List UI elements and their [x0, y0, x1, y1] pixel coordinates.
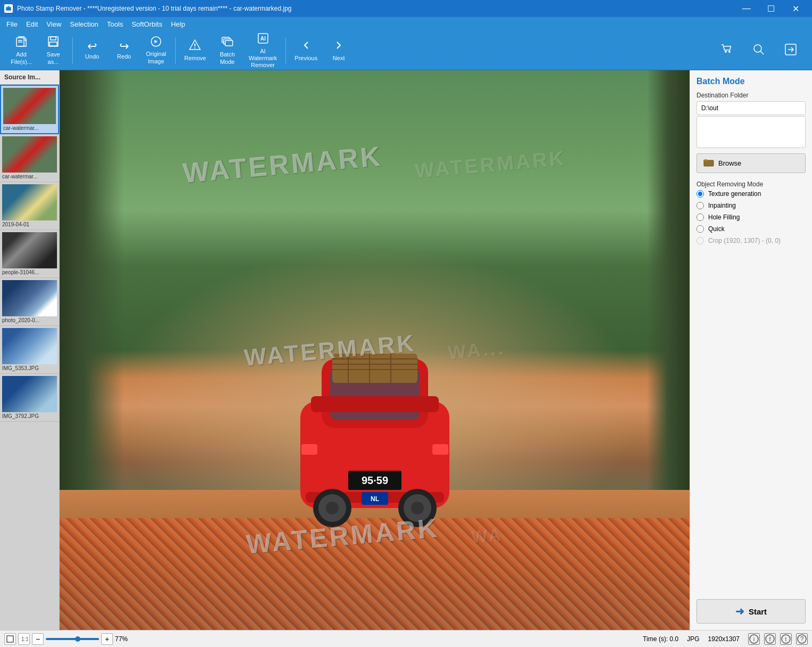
thumbnail-item-3[interactable]: people-31046...: [0, 230, 59, 278]
thumbnail-item-0[interactable]: car-watermar...: [0, 85, 59, 134]
radio-texture-label: Texture generation: [708, 190, 761, 198]
start-label: Start: [749, 607, 767, 616]
browse-button[interactable]: Browse: [696, 153, 806, 173]
svg-text:i: i: [753, 636, 754, 642]
zoom-in-button[interactable]: +: [101, 633, 113, 645]
fit-button[interactable]: [4, 633, 16, 645]
thumbnail-image-1: [2, 136, 57, 173]
original-image-button[interactable]: OriginalImage: [141, 34, 171, 67]
share-button[interactable]: [776, 34, 806, 67]
svg-text:?: ?: [800, 635, 804, 643]
toolbar-sep-3: [285, 37, 286, 64]
menu-tools[interactable]: Tools: [103, 19, 127, 30]
plus-icon: +: [105, 635, 109, 643]
close-button[interactable]: ✕: [783, 0, 808, 17]
add-files-icon: [15, 35, 28, 50]
next-button[interactable]: Next: [324, 34, 354, 67]
svg-rect-34: [301, 444, 317, 455]
svg-point-43: [326, 502, 339, 514]
title-bar: Photo Stamp Remover - ****Unregistered v…: [0, 0, 812, 17]
menu-selection[interactable]: Selection: [65, 19, 102, 30]
thumbnail-label-0: car-watermar...: [3, 125, 56, 131]
cart-button[interactable]: [712, 34, 742, 67]
destination-folder-label: Destination Folder: [696, 92, 806, 99]
panel-header: Source Im...: [0, 70, 59, 85]
right-panel: Batch Mode Destination Folder Browse Obj…: [690, 70, 812, 630]
destination-folder-input[interactable]: [696, 101, 806, 115]
menu-view[interactable]: View: [42, 19, 65, 30]
redo-icon: ↪: [119, 40, 129, 52]
radio-quick-label: Quick: [708, 225, 725, 233]
status-bar: 1:1 − + 77% Time (s): 0.0 JPG 1920x1307 …: [0, 630, 812, 647]
svg-text:95·59: 95·59: [361, 474, 388, 486]
thumbnail-image-6: [2, 376, 57, 412]
radio-texture-generation[interactable]: Texture generation: [696, 190, 806, 198]
help-button[interactable]: ?: [796, 633, 808, 645]
zoom-slider[interactable]: [46, 638, 99, 640]
car-svg: 95·59 NL: [284, 338, 465, 529]
redo-button[interactable]: ↪ Redo: [109, 34, 139, 67]
thumbnail-label-2: 2019-04-01: [2, 222, 57, 227]
zoom-controls: 1:1 − + 77%: [4, 633, 128, 645]
add-files-button[interactable]: AddFile(s)...: [6, 34, 36, 67]
save-as-button[interactable]: Saveas...: [38, 34, 68, 67]
object-removing-mode-section: Object Removing Mode Texture generation …: [696, 178, 806, 244]
canvas-area[interactable]: 95·59 NL WATERMARK WATERMARK WAT: [60, 70, 690, 630]
twitter-button[interactable]: t: [780, 633, 792, 645]
thumbnail-item-5[interactable]: IMG_5353.JPG: [0, 326, 59, 374]
info-button[interactable]: i: [748, 633, 760, 645]
title-bar-controls: — ☐ ✕: [734, 0, 808, 17]
main-layout: Source Im... car-watermar... car-waterma…: [0, 70, 812, 630]
ai-watermark-label: AIWatermarkRemover: [249, 48, 277, 69]
thumbnail-item-1[interactable]: car-watermar...: [0, 134, 59, 182]
zoom-level-text: 77%: [115, 635, 128, 643]
previous-button[interactable]: Previous: [290, 34, 322, 67]
svg-rect-26: [311, 396, 439, 412]
radio-inpainting-input[interactable]: [696, 202, 704, 209]
radio-texture-input[interactable]: [696, 190, 704, 198]
share-icon: [784, 43, 798, 59]
thumbnail-item-2[interactable]: 2019-04-01: [0, 182, 59, 230]
zoom-out-button[interactable]: −: [32, 633, 44, 645]
toolbar-group-right: [710, 31, 808, 70]
undo-button[interactable]: ↩ Undo: [77, 34, 107, 67]
radio-hole-filling[interactable]: Hole Filling: [696, 214, 806, 221]
svg-rect-6: [51, 37, 56, 40]
start-button[interactable]: ➜ Start: [696, 599, 806, 624]
browse-folder-icon: [703, 158, 714, 168]
menu-help[interactable]: Help: [167, 19, 190, 30]
minimize-button[interactable]: —: [734, 0, 759, 17]
radio-crop-input: [696, 237, 704, 244]
remove-button[interactable]: Remove: [180, 34, 210, 67]
radio-inpainting[interactable]: Inpainting: [696, 202, 806, 209]
facebook-button[interactable]: f: [764, 633, 776, 645]
thumbnail-item-6[interactable]: IMG_3792.JPG: [0, 374, 59, 422]
search-icon: [752, 43, 766, 59]
previous-label: Previous: [294, 55, 317, 62]
svg-rect-0: [6, 7, 11, 11]
svg-point-19: [754, 45, 761, 52]
thumbnail-item-4[interactable]: photo_2020-0...: [0, 278, 59, 326]
svg-rect-48: [7, 636, 13, 642]
title-bar-text: Photo Stamp Remover - ****Unregistered v…: [17, 5, 292, 12]
radio-quick-input[interactable]: [696, 225, 704, 233]
actual-size-button[interactable]: 1:1: [18, 633, 30, 645]
maximize-button[interactable]: ☐: [759, 0, 783, 17]
menu-file[interactable]: File: [2, 19, 22, 30]
svg-rect-27: [332, 354, 417, 383]
svg-point-11: [194, 47, 195, 48]
thumbnail-image-4: [2, 280, 57, 316]
search-button[interactable]: [744, 34, 774, 67]
redo-label: Redo: [117, 53, 131, 60]
next-icon: [332, 39, 345, 54]
svg-rect-35: [432, 444, 448, 455]
menu-edit[interactable]: Edit: [22, 19, 42, 30]
radio-hole-filling-input[interactable]: [696, 214, 704, 221]
svg-text:1:1: 1:1: [21, 636, 28, 642]
car-scene: 95·59 NL WATERMARK WATERMARK WAT: [60, 70, 690, 630]
ai-watermark-button[interactable]: AI AIWatermarkRemover: [244, 34, 281, 67]
thumbnail-label-6: IMG_3792.JPG: [2, 413, 57, 419]
radio-quick[interactable]: Quick: [696, 225, 806, 233]
menu-softorbits[interactable]: SoftOrbits: [127, 19, 167, 30]
batch-mode-button[interactable]: BatchMode: [212, 34, 242, 67]
